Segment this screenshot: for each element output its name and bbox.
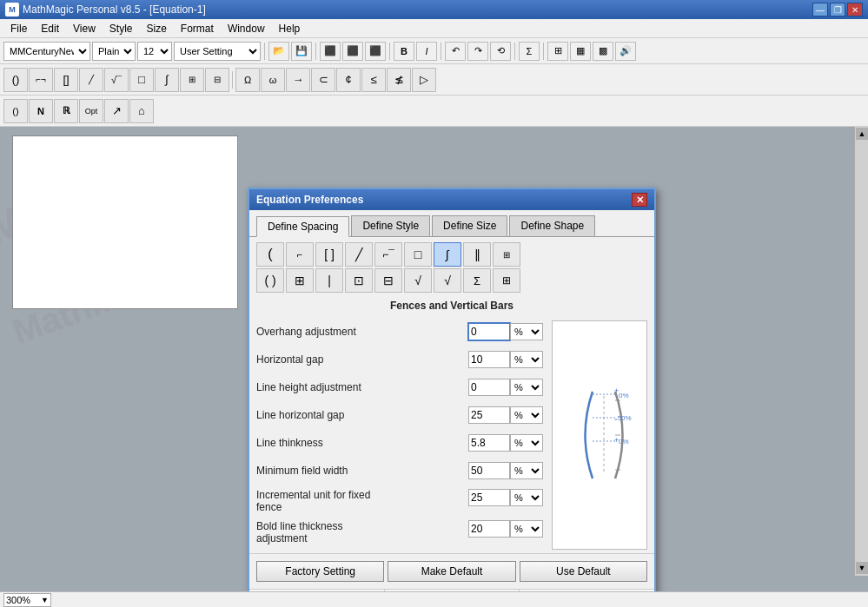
vscrollbar[interactable]: ▲ ▼ [854, 127, 868, 576]
icon-rect[interactable]: □ [404, 242, 432, 267]
unit-incunit[interactable]: % [510, 489, 543, 506]
icon-paren-left[interactable]: ( [256, 242, 284, 267]
input-lineheight[interactable] [468, 379, 510, 396]
menu-help[interactable]: Help [272, 21, 308, 36]
icon-box2[interactable]: ⊡ [345, 268, 373, 293]
open-btn[interactable]: 📂 [268, 42, 289, 61]
grid1-btn[interactable]: ⊞ [547, 42, 568, 61]
icon-pipe[interactable]: | [315, 268, 343, 293]
icon-vert-bars[interactable]: ⊞ [286, 268, 314, 293]
icon-bracket-full[interactable]: [ ] [315, 242, 343, 267]
input-incunit[interactable] [468, 489, 510, 506]
form-area: Overhang adjustment % Horizontal gap % L… [249, 317, 654, 553]
restore-btn[interactable]: ❐ [830, 3, 845, 16]
menu-size[interactable]: Size [140, 21, 174, 36]
tab-define-spacing[interactable]: Define Spacing [256, 216, 349, 237]
refresh-btn[interactable]: ⟲ [490, 42, 511, 61]
unit-overhang[interactable]: % [510, 323, 543, 340]
make-default-btn[interactable]: Make Default [388, 561, 515, 582]
factory-setting-btn[interactable]: Factory Setting [256, 561, 384, 582]
setting-selector[interactable]: User Setting [174, 42, 261, 61]
sym-matrix1[interactable]: ⊞ [180, 68, 204, 92]
grid3-btn[interactable]: ▩ [593, 42, 613, 61]
input-thickness[interactable] [468, 434, 510, 452]
sym-alpha[interactable]: Ω [235, 68, 260, 92]
unit-minwidth[interactable]: % [510, 462, 543, 479]
align-center-btn[interactable]: ⬛ [342, 42, 363, 61]
use-default-btn[interactable]: Use Default [520, 561, 647, 582]
icon-box3[interactable]: ⊟ [374, 268, 402, 293]
sigma-btn[interactable]: Σ [519, 42, 540, 61]
menu-file[interactable]: File [3, 21, 34, 36]
sym2-arrow2[interactable]: ↗ [104, 99, 129, 123]
zoom-dropdown[interactable]: ▼ [41, 596, 49, 604]
icon-fence-selected[interactable]: ∫ [434, 242, 461, 267]
tab-define-size[interactable]: Define Size [432, 215, 507, 236]
sound-btn[interactable]: 🔊 [615, 42, 636, 61]
sym-arrow[interactable]: → [286, 68, 310, 92]
minimize-btn[interactable]: — [812, 3, 828, 16]
input-overhang[interactable] [468, 323, 510, 340]
icon-paren2[interactable]: ( ) [256, 268, 284, 293]
menu-view[interactable]: View [66, 21, 103, 36]
icon-corner[interactable]: ⌐¯ [374, 242, 402, 267]
sym2-paren[interactable]: () [3, 99, 28, 123]
icon-matrix-row[interactable]: ⊞ [493, 242, 520, 267]
unit-thickness[interactable]: % [510, 434, 543, 452]
menu-style[interactable]: Style [103, 21, 140, 36]
grid2-btn[interactable]: ▦ [570, 42, 591, 61]
icon-sqrt1[interactable]: √ [404, 268, 432, 293]
sym2-misc[interactable]: ⌂ [129, 99, 154, 123]
sym-leq[interactable]: ≤ [361, 68, 386, 92]
icon-grid2[interactable]: ⊞ [493, 268, 520, 293]
align-left-btn[interactable]: ⬛ [320, 42, 341, 61]
sym-box1[interactable]: □ [129, 68, 154, 92]
sym-nleq[interactable]: ≰ [387, 68, 411, 92]
icon-bracket-top[interactable]: ⌐ [286, 242, 314, 267]
align-right-btn[interactable]: ⬛ [365, 42, 386, 61]
sym-sqrt[interactable]: √¯ [104, 68, 129, 92]
icon-double-vert[interactable]: ‖ [463, 242, 491, 267]
italic-btn[interactable]: I [416, 42, 437, 61]
sym-subset[interactable]: ⊂ [311, 68, 335, 92]
sym-frac[interactable]: ╱ [79, 68, 103, 92]
input-boldthick[interactable] [468, 520, 510, 538]
undo-btn[interactable]: ↶ [445, 42, 466, 61]
sym-omega[interactable]: ω [261, 68, 285, 92]
unit-linehgap[interactable]: % [510, 406, 543, 424]
sym-integral[interactable]: ∫ [155, 68, 179, 92]
sym-tri[interactable]: ▷ [412, 68, 436, 92]
icon-sigma2[interactable]: Σ [463, 268, 491, 293]
sym-paren[interactable]: () [3, 68, 28, 92]
redo-btn[interactable]: ↷ [467, 42, 488, 61]
window-title: MathMagic Personal v8.5 - [Equation-1] [23, 3, 812, 16]
sym2-bbN[interactable]: N [29, 99, 53, 123]
dialog-close-btn[interactable]: ✕ [632, 193, 647, 207]
input-minwidth[interactable] [468, 462, 510, 479]
unit-hgap[interactable]: % [510, 351, 543, 368]
sym-bracket2[interactable]: [] [54, 68, 78, 92]
menu-format[interactable]: Format [174, 21, 221, 36]
sym2-opt[interactable]: Opt [79, 99, 103, 123]
tab-define-style[interactable]: Define Style [351, 215, 430, 236]
bold-btn[interactable]: B [394, 42, 414, 61]
tab-define-shape[interactable]: Define Shape [509, 215, 595, 236]
sym2-bbR[interactable]: ℝ [54, 99, 78, 123]
sym-bracket1[interactable]: ⌐¬ [29, 68, 53, 92]
icon-slash[interactable]: ╱ [345, 242, 373, 267]
style-selector[interactable]: Plain [92, 42, 136, 61]
menu-edit[interactable]: Edit [34, 21, 66, 36]
close-btn[interactable]: ✕ [847, 3, 863, 16]
sym-matrix2[interactable]: ⊟ [205, 68, 229, 92]
input-hgap[interactable] [468, 351, 510, 368]
unit-boldthick[interactable]: % [510, 520, 543, 538]
unit-lineheight[interactable]: % [510, 379, 543, 396]
icon-sqrt2[interactable]: √ [434, 268, 461, 293]
menu-window[interactable]: Window [221, 21, 272, 36]
input-linehgap[interactable] [468, 406, 510, 424]
font-selector[interactable]: MMCenturyNew [3, 42, 90, 61]
size-selector[interactable]: 12 pt [137, 42, 172, 61]
sym-cent[interactable]: ¢ [336, 68, 361, 92]
save-btn[interactable]: 💾 [291, 42, 312, 61]
zoom-control[interactable]: 300% ▼ [3, 593, 51, 607]
